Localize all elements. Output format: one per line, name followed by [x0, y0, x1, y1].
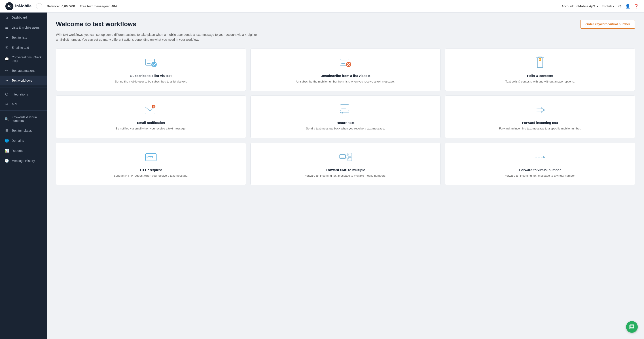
sidebar-item-text-templates[interactable]: ⊞ Text templates: [0, 126, 47, 136]
sidebar-label-domains: Domains: [12, 139, 24, 142]
sidebar-label-lists: Lists & mobile users: [12, 26, 40, 29]
sidebar-label-api: API: [12, 102, 17, 106]
unsubscribe-desc: Unsubscribe the mobile number from lists…: [296, 80, 394, 84]
sidebar-item-keywords[interactable]: 🔍 Keywords & virtual numbers: [0, 112, 47, 126]
sidebar-item-message-history[interactable]: 🕐 Message History: [0, 156, 47, 166]
sidebar-item-text-to-lists[interactable]: ➤ Text to lists: [0, 32, 47, 42]
cards-grid: Subscribe to a list via text Set up the …: [56, 48, 635, 186]
domains-icon: 🌐: [4, 138, 9, 143]
email-notification-title: Email notification: [137, 121, 165, 124]
svg-rect-29: [340, 154, 346, 158]
sidebar-item-conversations[interactable]: 💬 Conversations (Quick text): [0, 52, 47, 66]
automation-icon: ✏: [4, 68, 9, 73]
sidebar-label-conversations: Conversations (Quick text): [12, 56, 42, 62]
logo: inMobile: [5, 2, 32, 10]
logo-text: inMobile: [15, 4, 32, 8]
card-forward-incoming[interactable]: Forward incoming text Forward an incomin…: [445, 96, 635, 138]
svg-text:@: @: [153, 105, 155, 108]
subscribe-icon: [144, 56, 158, 70]
sidebar-label-text-automations: Text automations: [12, 69, 35, 72]
sidebar-label-text-templates: Text templates: [12, 129, 32, 132]
account-selector[interactable]: Account: inMobile ApS ▾: [562, 4, 598, 8]
home-icon: ⌂: [4, 16, 9, 20]
sidebar-item-email-to-text[interactable]: ✉ Email to text: [0, 42, 47, 52]
sidebar-item-text-workflows[interactable]: ↔ Text workflows: [0, 76, 47, 86]
forward-sms-icon: [338, 150, 353, 164]
forward-virtual-desc: Forward an incoming text message to a vi…: [505, 174, 575, 178]
card-subscribe[interactable]: Subscribe to a list via text Set up the …: [56, 48, 246, 91]
card-http[interactable]: HTTP HTTP request Send an HTTP request w…: [56, 143, 246, 186]
card-forward-sms[interactable]: Forward SMS to multiple Forward an incom…: [250, 143, 440, 186]
balance-value: 0,00 DKK: [62, 4, 75, 8]
sidebar-label-keywords: Keywords & virtual numbers: [12, 116, 42, 122]
reports-icon: 📊: [4, 148, 9, 153]
card-forward-virtual[interactable]: Forward to virtual number Forward an inc…: [445, 143, 635, 186]
svg-marker-22: [543, 109, 546, 111]
free-text-value: 484: [112, 4, 117, 8]
integrations-icon: ⬡: [4, 92, 9, 96]
page-title: Welcome to text workflows: [56, 20, 136, 28]
account-chevron-icon: ▾: [596, 4, 598, 8]
forward-virtual-icon: [533, 150, 547, 164]
sidebar-item-domains[interactable]: 🌐 Domains: [0, 136, 47, 146]
sidebar-label-integrations: Integrations: [12, 92, 28, 96]
return-text-desc: Send a text message back when you receiv…: [306, 126, 385, 131]
help-icon[interactable]: ❓: [634, 4, 639, 9]
svg-point-0: [8, 5, 10, 8]
balance-info: Balance: 0,00 DKK Free text messages: 48…: [47, 4, 117, 8]
sidebar-item-text-automations[interactable]: ✏ Text automations: [0, 66, 47, 76]
unsubscribe-title: Unsubscribe from a list via text: [321, 74, 370, 78]
svg-line-32: [346, 155, 348, 156]
sidebar-item-dashboard[interactable]: ⌂ Dashboard: [0, 12, 47, 22]
account-name: inMobile ApS: [576, 4, 595, 8]
topnav-right: Account: inMobile ApS ▾ English ▾ ⚙ 👤 ❓: [562, 4, 639, 9]
sidebar-item-api[interactable]: </> API: [0, 99, 47, 109]
page-description: With text workflows, you can set up some…: [56, 32, 257, 42]
sidebar-divider-2: [0, 110, 47, 111]
sidebar-divider: [0, 87, 47, 88]
forward-incoming-icon: [533, 103, 547, 117]
chat-icon: 💬: [4, 57, 9, 61]
sidebar-label-dashboard: Dashboard: [12, 16, 27, 19]
forward-sms-title: Forward SMS to multiple: [326, 168, 365, 172]
page-header: Welcome to text workflows Order keyword/…: [56, 20, 635, 28]
return-text-title: Return text: [336, 121, 354, 124]
chat-fab-button[interactable]: [626, 321, 638, 333]
card-unsubscribe[interactable]: Unsubscribe from a list via text Unsubsc…: [250, 48, 440, 91]
sidebar: ⌂ Dashboard ☰ Lists & mobile users ➤ Tex…: [0, 12, 47, 339]
order-keyword-button[interactable]: Order keyword/virtual number: [580, 20, 635, 28]
card-polls[interactable]: Polls & contests Text polls & contests w…: [445, 48, 635, 91]
subscribe-title: Subscribe to a list via text: [130, 74, 172, 78]
list-icon: ☰: [4, 25, 9, 30]
card-email-notification[interactable]: @ Email notification Be notified via ema…: [56, 96, 246, 138]
http-desc: Send an HTTP request when you receive a …: [114, 174, 188, 178]
card-return-text[interactable]: Return text Send a text message back whe…: [250, 96, 440, 138]
sidebar-label-email-to-text: Email to text: [12, 46, 29, 50]
sidebar-label-text-workflows: Text workflows: [12, 79, 32, 82]
send-icon: ➤: [4, 35, 9, 40]
http-title: HTTP request: [140, 168, 162, 172]
forward-incoming-desc: Forward an incoming text message to a sp…: [499, 126, 581, 131]
user-icon[interactable]: 👤: [625, 4, 630, 9]
logo-icon: [5, 2, 14, 10]
forward-sms-desc: Forward an incoming text message to mult…: [305, 174, 386, 178]
settings-icon[interactable]: ⚙: [618, 4, 622, 9]
sidebar-item-reports[interactable]: 📊 Reports: [0, 146, 47, 156]
api-icon: </>: [4, 103, 9, 105]
svg-line-33: [346, 156, 348, 158]
polls-icon: [533, 56, 547, 70]
email-notification-desc: Be notified via email when you receive a…: [116, 126, 186, 131]
app-body: ⌂ Dashboard ☰ Lists & mobile users ➤ Tex…: [0, 12, 644, 339]
workflow-icon: ↔: [4, 78, 9, 82]
svg-text:HTTP: HTTP: [146, 156, 154, 159]
sidebar-label-text-to-lists: Text to lists: [12, 36, 27, 39]
email-icon: ✉: [4, 46, 9, 50]
svg-marker-39: [543, 156, 546, 158]
topnav-left: inMobile ‹ Balance: 0,00 DKK Free text m…: [5, 2, 117, 10]
collapse-button[interactable]: ‹: [36, 3, 42, 10]
sidebar-item-lists[interactable]: ☰ Lists & mobile users: [0, 22, 47, 32]
polls-desc: Text polls & contests with and without a…: [505, 80, 575, 84]
sidebar-item-integrations[interactable]: ⬡ Integrations: [0, 89, 47, 99]
polls-title: Polls & contests: [527, 74, 553, 78]
language-selector[interactable]: English ▾: [602, 4, 614, 8]
